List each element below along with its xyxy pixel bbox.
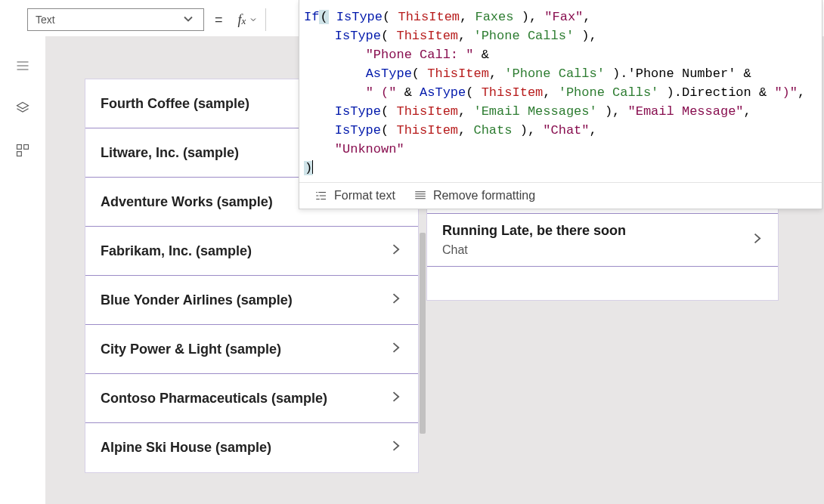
chevron-down-icon bbox=[249, 12, 258, 28]
components-icon[interactable] bbox=[14, 142, 31, 159]
property-selector-value: Text bbox=[36, 14, 55, 26]
activity-subtitle: Chat bbox=[442, 243, 468, 257]
text-caret bbox=[312, 160, 313, 174]
paren-highlight: ( bbox=[319, 10, 328, 24]
list-item[interactable]: Fabrikam, Inc. (sample) bbox=[85, 227, 418, 276]
format-text-icon bbox=[314, 189, 328, 203]
remove-formatting-icon bbox=[414, 189, 427, 203]
property-selector[interactable]: Text bbox=[27, 8, 204, 31]
account-name: City Power & Light (sample) bbox=[101, 342, 281, 357]
svg-rect-1 bbox=[24, 145, 29, 150]
left-icon-rail bbox=[0, 36, 45, 159]
account-name: Alpine Ski House (sample) bbox=[101, 440, 271, 456]
remove-formatting-button[interactable]: Remove formatting bbox=[414, 189, 535, 203]
fx-button[interactable]: fx bbox=[234, 8, 267, 31]
formula-toolbar: Format text Remove formatting bbox=[299, 182, 822, 209]
chevron-down-icon bbox=[181, 11, 196, 29]
token-function: If bbox=[304, 10, 319, 24]
list-item[interactable]: Blue Yonder Airlines (sample) bbox=[85, 276, 418, 325]
account-name: Blue Yonder Airlines (sample) bbox=[101, 292, 293, 308]
format-text-button[interactable]: Format text bbox=[314, 189, 395, 203]
svg-rect-2 bbox=[17, 152, 22, 156]
format-text-label: Format text bbox=[334, 189, 395, 203]
chevron-right-icon bbox=[388, 340, 403, 359]
list-item[interactable]: Running Late, be there soon Chat bbox=[427, 214, 778, 267]
remove-formatting-label: Remove formatting bbox=[433, 189, 535, 203]
svg-rect-0 bbox=[17, 145, 22, 150]
account-name: Adventure Works (sample) bbox=[101, 194, 273, 210]
list-item[interactable]: Contoso Pharmaceuticals (sample) bbox=[85, 374, 418, 423]
list-item[interactable]: Alpine Ski House (sample) bbox=[85, 423, 418, 472]
formula-editor[interactable]: If( IsType( ThisItem, Faxes ), "Fax", Is… bbox=[299, 0, 822, 182]
account-name: Fourth Coffee (sample) bbox=[101, 96, 249, 112]
account-name: Litware, Inc. (sample) bbox=[101, 145, 239, 161]
hamburger-icon[interactable] bbox=[14, 57, 31, 74]
layers-icon[interactable] bbox=[14, 100, 31, 116]
chevron-right-icon bbox=[749, 230, 764, 249]
account-name: Fabrikam, Inc. (sample) bbox=[101, 243, 252, 259]
equals-sign: = bbox=[210, 12, 228, 28]
scrollbar-thumb[interactable] bbox=[420, 233, 426, 434]
fx-label: fx bbox=[238, 12, 246, 28]
chevron-right-icon bbox=[388, 389, 403, 408]
list-item[interactable]: City Power & Light (sample) bbox=[85, 325, 418, 374]
list-item-empty bbox=[427, 267, 778, 300]
account-name: Contoso Pharmaceuticals (sample) bbox=[101, 391, 327, 407]
formula-editor-panel: If( IsType( ThisItem, Faxes ), "Fax", Is… bbox=[299, 0, 822, 209]
activity-title: Running Late, be there soon bbox=[442, 223, 626, 239]
chevron-right-icon bbox=[388, 242, 403, 261]
chevron-right-icon bbox=[388, 438, 403, 457]
chevron-right-icon bbox=[388, 291, 403, 310]
